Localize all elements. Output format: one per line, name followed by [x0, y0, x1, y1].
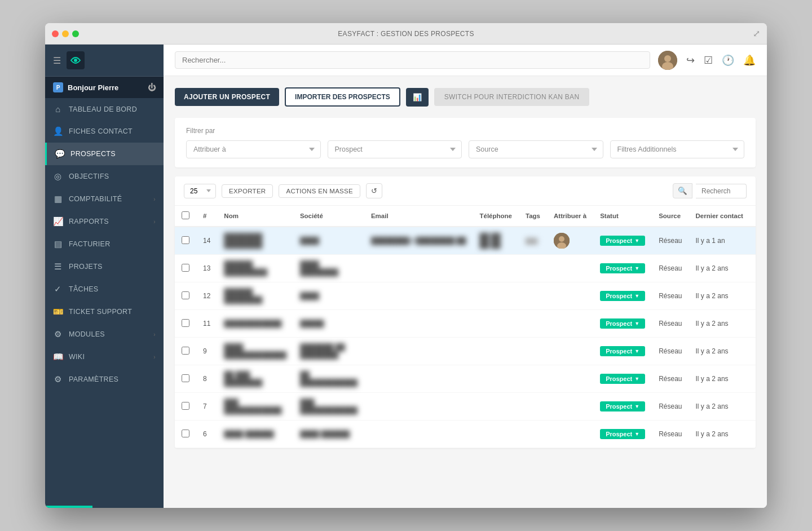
status-badge[interactable]: Prospect ▼	[600, 374, 645, 384]
status-badge[interactable]: Prospect ▼	[600, 318, 645, 329]
sidebar-nav: ⌂ TABLEAU DE BORD 👤 FICHES CONTACT 💬 PRO…	[45, 98, 164, 506]
sidebar-item-label: PROJETS	[69, 263, 103, 271]
row-email: ████████@████████.██	[364, 227, 473, 255]
search-input[interactable]	[175, 51, 650, 69]
status-badge[interactable]: Prospect ▼	[600, 346, 645, 356]
row-dernier-contact: Il y a 2 ans	[689, 365, 750, 393]
sidebar-item-taches[interactable]: ✓ TÂCHES	[45, 278, 164, 300]
row-dernier-contact: Il y a 2 ans	[689, 282, 750, 310]
chart-view-button[interactable]: 📊	[406, 88, 429, 107]
status-badge[interactable]: Prospect ▼	[600, 236, 645, 246]
prospect-filter[interactable]: Prospect	[328, 140, 462, 158]
row-cree-le: Il y a 2 ans	[750, 338, 756, 365]
sidebar: ☰ P Bonjour Pierre ⏻	[45, 45, 164, 508]
sidebar-item-contacts[interactable]: 👤 FICHES CONTACT	[45, 120, 164, 143]
refresh-button[interactable]: ↺	[366, 183, 382, 198]
row-nom: ███ ████████████	[217, 393, 293, 421]
modules-icon: ⚙	[53, 329, 63, 339]
prospects-icon: 💬	[55, 149, 65, 159]
row-source: Réseau	[652, 365, 689, 393]
row-checkbox[interactable]	[182, 402, 189, 410]
row-checkbox[interactable]	[182, 347, 189, 355]
row-statut: Prospect ▼	[593, 227, 652, 255]
avatar	[658, 51, 677, 70]
row-checkbox[interactable]	[182, 430, 189, 437]
status-badge[interactable]: Prospect ▼	[600, 401, 645, 411]
row-tags	[519, 393, 547, 421]
sidebar-item-prospects[interactable]: 💬 PROSPECTS	[45, 143, 164, 165]
sidebar-item-label: FICHES CONTACT	[69, 127, 133, 135]
add-prospect-button[interactable]: AJOUTER UN PROSPECT	[175, 88, 279, 106]
expand-icon[interactable]: ⤢	[753, 28, 760, 39]
close-button[interactable]	[52, 30, 59, 37]
row-checkbox-cell	[175, 421, 196, 448]
per-page-select[interactable]: 25 50 100	[184, 184, 216, 198]
col-header-tags: Tags	[519, 206, 547, 227]
table-row: 11 ████████████ █████ Prospect ▼ Réseau …	[175, 310, 756, 338]
sidebar-item-modules[interactable]: ⚙ MODULES ›	[45, 323, 164, 346]
select-all-checkbox[interactable]	[182, 211, 189, 219]
import-prospects-button[interactable]: IMPORTER DES PROSPECTS	[285, 87, 400, 107]
sidebar-item-objectifs[interactable]: ◎ OBJECTIFS	[45, 165, 164, 188]
status-badge[interactable]: Prospect ▼	[600, 263, 645, 273]
sidebar-item-projets[interactable]: ☰ PROJETS	[45, 255, 164, 278]
sidebar-item-comptabilite[interactable]: ▦ COMPTABILITÉ ›	[45, 188, 164, 210]
row-statut: Prospect ▼	[593, 365, 652, 393]
logo-icon	[67, 51, 85, 69]
bell-icon[interactable]: 🔔	[743, 54, 756, 67]
maximize-button[interactable]	[72, 30, 79, 37]
table-search-icon-button[interactable]: 🔍	[673, 183, 692, 198]
power-icon[interactable]: ⏻	[148, 83, 156, 92]
menu-toggle-icon[interactable]: ☰	[53, 55, 61, 66]
sidebar-item-label: RAPPORTS	[69, 218, 109, 225]
sidebar-item-ticket[interactable]: 🎫 TICKET SUPPORT	[45, 300, 164, 323]
row-tags	[519, 421, 547, 448]
row-societe: ███ ████████████	[293, 393, 364, 421]
row-societe: ████	[293, 227, 364, 255]
row-telephone	[473, 282, 519, 310]
source-filter[interactable]: Source	[469, 140, 603, 158]
sidebar-progress-bar	[45, 506, 164, 508]
minimize-button[interactable]	[62, 30, 69, 37]
sidebar-item-parametres[interactable]: ⚙ PARAMÈTRES	[45, 368, 164, 391]
table-row: 14 ████████ ████████ ████ ████████@█████…	[175, 227, 756, 255]
status-badge[interactable]: Prospect ▼	[600, 429, 645, 439]
status-badge[interactable]: Prospect ▼	[600, 291, 645, 301]
row-avatar-cell	[547, 338, 593, 365]
additional-filter[interactable]: Filtres Additionnels	[610, 140, 745, 158]
sidebar-item-wiki[interactable]: 📖 WIKI ›	[45, 346, 164, 368]
row-checkbox[interactable]	[182, 374, 189, 382]
row-checkbox[interactable]	[182, 291, 189, 299]
sidebar-item-facturier[interactable]: ▤ FACTURIER	[45, 233, 164, 255]
row-email	[364, 421, 473, 448]
row-checkbox[interactable]	[182, 319, 189, 327]
check-icon[interactable]: ☑	[704, 54, 713, 67]
share-icon[interactable]: ↪	[686, 54, 695, 67]
row-dernier-contact: Il y a 2 ans	[689, 393, 750, 421]
table-search-input[interactable]	[696, 184, 747, 198]
row-checkbox[interactable]	[182, 236, 189, 244]
row-tags	[519, 282, 547, 310]
switch-kanban-button[interactable]: SWITCH POUR INTERDICTION KAN BAN	[434, 88, 590, 106]
sidebar-item-label: MODULES	[69, 330, 105, 338]
table-row: 7 ███ ████████████ ███ ████████████ Pros…	[175, 393, 756, 421]
attribuer-filter[interactable]: Attribuer à	[186, 140, 321, 158]
export-button[interactable]: EXPORTER	[222, 184, 273, 198]
clock-icon[interactable]: 🕐	[722, 54, 734, 67]
sidebar-item-rapports[interactable]: 📈 RAPPORTS ›	[45, 210, 164, 233]
row-avatar-cell	[547, 282, 593, 310]
chevron-right-icon: ›	[153, 331, 156, 338]
table-header: # Nom Société Email Téléphone Tags Attri…	[175, 206, 756, 227]
toolbar: AJOUTER UN PROSPECT IMPORTER DES PROSPEC…	[175, 87, 756, 107]
row-source: Réseau	[652, 227, 689, 255]
row-checkbox[interactable]	[182, 264, 189, 272]
user-greeting: Bonjour Pierre	[68, 83, 118, 92]
col-header-email: Email	[364, 206, 473, 227]
row-statut: Prospect ▼	[593, 282, 652, 310]
sidebar-item-dashboard[interactable]: ⌂ TABLEAU DE BORD	[45, 98, 164, 120]
table-toolbar: 25 50 100 EXPORTER ACTIONS EN MASSE ↺ 🔍	[175, 176, 756, 206]
row-statut: Prospect ▼	[593, 393, 652, 421]
row-dernier-contact: Il y a 2 ans	[689, 338, 750, 365]
row-nom: ██ ███ ████████	[217, 365, 293, 393]
mass-action-button[interactable]: ACTIONS EN MASSE	[279, 184, 360, 198]
